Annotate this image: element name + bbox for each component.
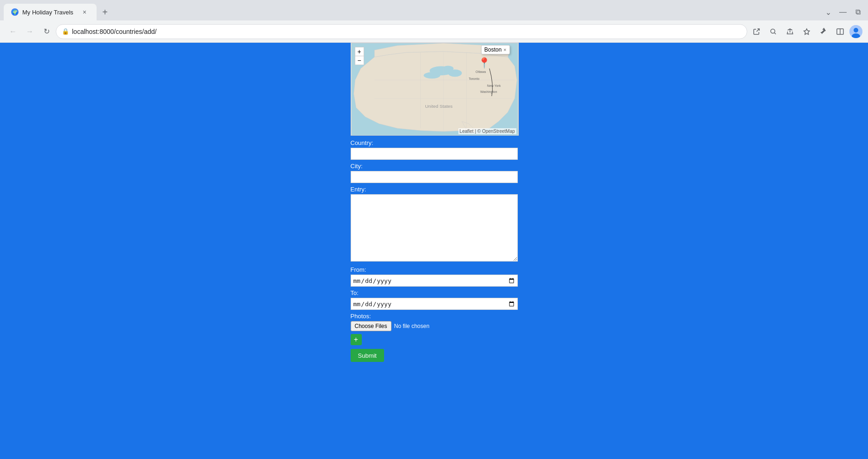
map-zoom-controls[interactable]: + − [355, 47, 364, 65]
no-file-text: No file chosen [394, 323, 430, 329]
extensions-button[interactable] [816, 24, 831, 39]
entry-textarea[interactable] [351, 194, 518, 262]
city-label: City: [351, 163, 518, 170]
form-body: Country: City: Entry: From: To: Photos: [351, 136, 518, 368]
svg-point-0 [771, 29, 775, 33]
tab-title: My Holiday Travels [22, 9, 76, 16]
popup-close-button[interactable]: × [503, 47, 506, 52]
form-container: United States Ottawa Toronto New York Wa… [351, 43, 518, 368]
svg-text:United States: United States [425, 104, 452, 109]
map-pin: 📍 [478, 57, 490, 69]
choose-files-button[interactable]: Choose Files [351, 321, 392, 331]
forward-button[interactable]: → [22, 24, 37, 39]
from-date-input[interactable] [351, 275, 518, 287]
page-content: United States Ottawa Toronto New York Wa… [0, 43, 868, 459]
svg-text:Washington: Washington [480, 90, 497, 94]
map-attribution: Leaflet | © OpenStreetMap [458, 128, 516, 134]
add-photo-button[interactable]: + [351, 334, 362, 345]
to-label: To: [351, 289, 518, 296]
restore-button[interactable]: ⧉ [851, 6, 864, 19]
back-button[interactable]: ← [6, 24, 20, 39]
svg-point-9 [424, 72, 440, 79]
share-button[interactable] [783, 24, 797, 39]
tab-bar: 🌍 My Holiday Travels × + ⌄ — ⧉ [0, 0, 868, 20]
split-view-button[interactable] [833, 24, 848, 39]
tab-right-controls: ⌄ — ⧉ [822, 6, 864, 19]
submit-button[interactable]: Submit [351, 349, 384, 362]
svg-text:New York: New York [487, 84, 501, 87]
address-bar[interactable]: 🔒 localhost:8000/countries/add/ [56, 24, 747, 39]
minimize-button[interactable]: — [836, 6, 849, 19]
tab-search-button[interactable]: ⌄ [822, 6, 835, 19]
search-button[interactable] [766, 24, 781, 39]
url-text: localhost:8000/countries/add/ [72, 28, 741, 35]
photos-group: Photos: Choose Files No file chosen + Su… [351, 313, 518, 362]
active-tab[interactable]: 🌍 My Holiday Travels × [4, 4, 97, 20]
reload-button[interactable]: ↻ [39, 24, 54, 39]
city-input[interactable] [351, 171, 518, 183]
lock-icon: 🔒 [62, 28, 69, 35]
map-popup: Boston × [481, 45, 510, 54]
map-widget[interactable]: United States Ottawa Toronto New York Wa… [351, 43, 519, 136]
browser-chrome: 🌍 My Holiday Travels × + ⌄ — ⧉ ← → ↻ 🔒 l… [0, 0, 868, 43]
new-tab-button[interactable]: + [98, 6, 111, 19]
file-input-wrapper: Choose Files No file chosen [351, 321, 518, 331]
external-link-button[interactable] [749, 24, 764, 39]
to-date-input[interactable] [351, 298, 518, 310]
nav-right-icons [749, 24, 862, 39]
svg-marker-1 [804, 29, 809, 34]
zoom-out-button[interactable]: − [355, 56, 364, 65]
popup-city-name: Boston [484, 46, 502, 53]
from-group: From: [351, 266, 518, 287]
zoom-in-button[interactable]: + [355, 47, 364, 56]
svg-point-11 [448, 69, 462, 77]
tab-close-button[interactable]: × [80, 7, 89, 17]
city-group: City: [351, 163, 518, 183]
svg-text:Toronto: Toronto [469, 77, 479, 80]
tab-favicon: 🌍 [11, 8, 19, 16]
svg-text:Ottawa: Ottawa [476, 70, 486, 73]
nav-bar: ← → ↻ 🔒 localhost:8000/countries/add/ [0, 20, 868, 43]
to-group: To: [351, 289, 518, 310]
profile-button[interactable] [849, 25, 862, 38]
svg-point-5 [854, 28, 858, 33]
from-label: From: [351, 266, 518, 273]
country-group: Country: [351, 139, 518, 160]
photos-label: Photos: [351, 313, 518, 320]
entry-label: Entry: [351, 186, 518, 193]
country-input[interactable] [351, 148, 518, 160]
bookmark-button[interactable] [799, 24, 814, 39]
entry-group: Entry: [351, 186, 518, 263]
country-label: Country: [351, 139, 518, 146]
